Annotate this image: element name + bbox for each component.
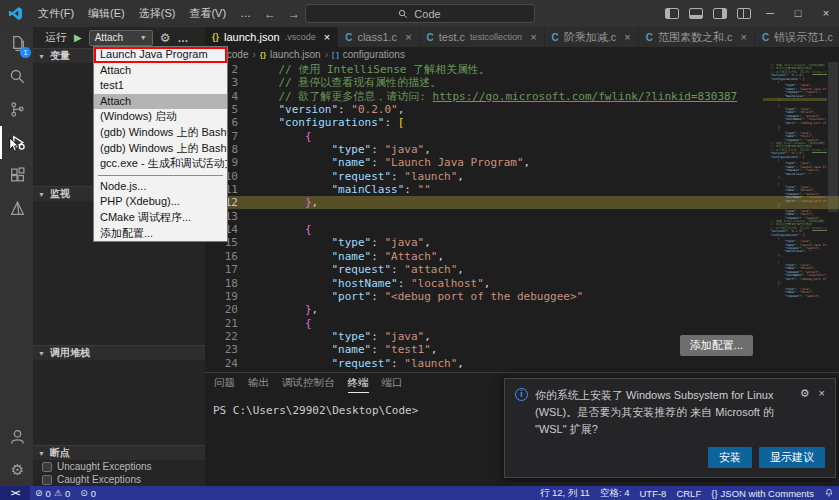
code-line[interactable]: "mainClass": "" [252, 183, 763, 196]
sidebar-item-source-control[interactable] [0, 93, 33, 126]
menu-edit[interactable]: 编辑(E) [81, 0, 132, 27]
line-number[interactable]: 21 [205, 317, 245, 330]
eol-setting[interactable]: CRLF [671, 488, 706, 499]
scrollbar-thumb[interactable] [828, 62, 838, 212]
code-line[interactable]: "port": "<debug port of the debuggee>" [252, 290, 763, 303]
dropdown-item[interactable]: (gdb) Windows 上的 Bash 附加 [94, 141, 227, 157]
panel-tab-problems[interactable]: 问题 [214, 373, 235, 393]
settings-button[interactable]: ⚙ [0, 453, 33, 486]
dropdown-item[interactable]: test1 [94, 78, 227, 94]
dropdown-item[interactable]: (Windows) 启动 [94, 109, 227, 125]
menu-selection[interactable]: 选择(S) [132, 0, 183, 27]
code-line[interactable]: "configurations": [ [252, 116, 763, 129]
customize-layout-icon[interactable] [737, 8, 751, 19]
code-line[interactable]: "request": "launch", [252, 357, 763, 370]
dropdown-item[interactable]: Attach [94, 94, 227, 110]
minimize-icon[interactable]: ─ [757, 0, 783, 27]
more-actions-icon[interactable]: … [177, 32, 188, 44]
dropdown-item[interactable]: gcc.exe - 生成和调试活动文件 [94, 156, 227, 172]
tab-jiecheng-c[interactable]: C 阶乘加减.c × [545, 27, 639, 47]
tab-close-icon[interactable]: × [624, 31, 630, 43]
checkbox-unchecked[interactable] [42, 475, 52, 485]
dropdown-item[interactable]: Attach [94, 63, 227, 79]
toggle-sidebar-icon[interactable] [665, 8, 679, 19]
problems-indicator[interactable]: ⊘0 ⚠0 [30, 488, 75, 499]
code-editor[interactable]: 23456789101112131415161718192021222324 /… [205, 62, 839, 372]
sidebar-item-explorer[interactable]: 1 [0, 27, 33, 60]
code-line[interactable]: "type": "java", [252, 236, 763, 249]
tab-close-icon[interactable]: × [741, 31, 747, 43]
notification-settings-gear-icon[interactable]: ⚙ [800, 387, 810, 400]
menu-more[interactable]: … [233, 0, 258, 27]
breadcrumb-symbol[interactable]: configurations [343, 49, 405, 60]
minimap[interactable]: // 使用 IntelliSense 了解相关属性。 // 悬停以查看现有属性的… [763, 64, 827, 372]
menu-file[interactable]: 文件(F) [31, 0, 81, 27]
tab-close-icon[interactable]: × [324, 31, 330, 43]
open-launch-json-icon[interactable]: ⚙ [160, 31, 171, 45]
code-line[interactable]: "version": "0.2.0", [252, 103, 763, 116]
notification-close-icon[interactable]: × [819, 387, 825, 400]
code-line[interactable]: "hostName": "localhost", [252, 277, 763, 290]
dropdown-item[interactable]: (gdb) Windows 上的 Bash 附加 [94, 125, 227, 141]
indentation-setting[interactable]: 空格: 4 [595, 487, 635, 500]
dropdown-item[interactable]: CMake 调试程序... [94, 210, 227, 226]
dropdown-item[interactable]: 添加配置... [94, 226, 227, 242]
menu-view[interactable]: 查看(V) [182, 0, 233, 27]
code-line[interactable]: { [252, 223, 763, 236]
panel-tab-ports[interactable]: 端口 [382, 373, 403, 393]
launch-config-select[interactable]: Attach ▼ [89, 30, 153, 46]
code-line[interactable]: "type": "java", [252, 143, 763, 156]
remote-indicator[interactable]: >< [0, 486, 30, 500]
tab-class1-c[interactable]: C class1.c × [338, 27, 419, 47]
breakpoint-row[interactable]: Uncaught Exceptions [33, 460, 205, 473]
code-line[interactable]: { [252, 130, 763, 143]
close-icon[interactable]: × [813, 0, 839, 27]
sidebar-item-cmake[interactable] [0, 192, 33, 225]
line-number[interactable]: 17 [205, 263, 245, 276]
code-line[interactable]: }, [252, 196, 763, 209]
tab-test-c[interactable]: C test.c testcollection × [420, 27, 545, 47]
account-button[interactable] [0, 420, 33, 453]
breadcrumb-file[interactable]: launch.json [270, 49, 321, 60]
tab-close-icon[interactable]: × [530, 31, 536, 43]
code-line[interactable]: // 欲了解更多信息，请访问: https://go.microsoft.com… [252, 90, 763, 103]
notifications-bell[interactable] [819, 488, 839, 498]
forward-arrow-icon[interactable]: → [282, 7, 306, 21]
code-line[interactable] [252, 210, 763, 223]
code-content[interactable]: // 使用 IntelliSense 了解相关属性。 // 悬停以查看现有属性的… [252, 63, 763, 370]
line-number[interactable]: 19 [205, 290, 245, 303]
tab-launch-json[interactable]: {} launch.json .vscode × [205, 27, 338, 47]
dropdown-item[interactable]: PHP (Xdebug)... [94, 194, 227, 210]
add-configuration-button[interactable]: 添加配置... [680, 335, 753, 356]
code-line[interactable]: }, [252, 303, 763, 316]
line-number[interactable]: 22 [205, 330, 245, 343]
tab-sushu-c[interactable]: C 范围素数之和.c × [639, 27, 755, 47]
back-arrow-icon[interactable]: ← [258, 7, 282, 21]
line-number[interactable]: 23 [205, 343, 245, 356]
code-line[interactable]: "name": "Launch Java Program", [252, 156, 763, 169]
encoding-setting[interactable]: UTF-8 [634, 488, 671, 499]
line-number[interactable]: 18 [205, 277, 245, 290]
panel-tab-debug-console[interactable]: 调试控制台 [282, 373, 335, 393]
tab-close-icon[interactable]: × [405, 31, 411, 43]
sidebar-item-extensions[interactable] [0, 159, 33, 192]
line-number[interactable]: 20 [205, 303, 245, 316]
command-center-search[interactable]: Code [305, 4, 535, 23]
ports-indicator[interactable]: ⊙0 [75, 488, 101, 499]
breakpoints-header[interactable]: ▼ 断点 [33, 445, 205, 460]
cursor-position[interactable]: 行 12, 列 11 [535, 487, 595, 500]
code-line[interactable]: "request": "attach", [252, 263, 763, 276]
code-line[interactable]: // 使用 IntelliSense 了解相关属性。 [252, 63, 763, 76]
install-button[interactable]: 安装 [708, 447, 752, 468]
call-stack-header[interactable]: ▼ 调用堆栈 [33, 345, 205, 360]
tab-cuowu-c[interactable]: C 错误示范1.c × [755, 27, 839, 47]
toggle-panel-icon[interactable] [689, 8, 703, 19]
language-mode[interactable]: {} JSON with Comments [706, 488, 819, 499]
breakpoint-row[interactable]: Caught Exceptions [33, 473, 205, 486]
panel-tab-output[interactable]: 输出 [248, 373, 269, 393]
code-line[interactable]: "request": "launch", [252, 170, 763, 183]
show-recommendations-button[interactable]: 显示建议 [759, 447, 825, 468]
dropdown-item[interactable]: Node.js... [94, 179, 227, 195]
code-line[interactable]: { [252, 317, 763, 330]
sidebar-item-search[interactable] [0, 60, 33, 93]
